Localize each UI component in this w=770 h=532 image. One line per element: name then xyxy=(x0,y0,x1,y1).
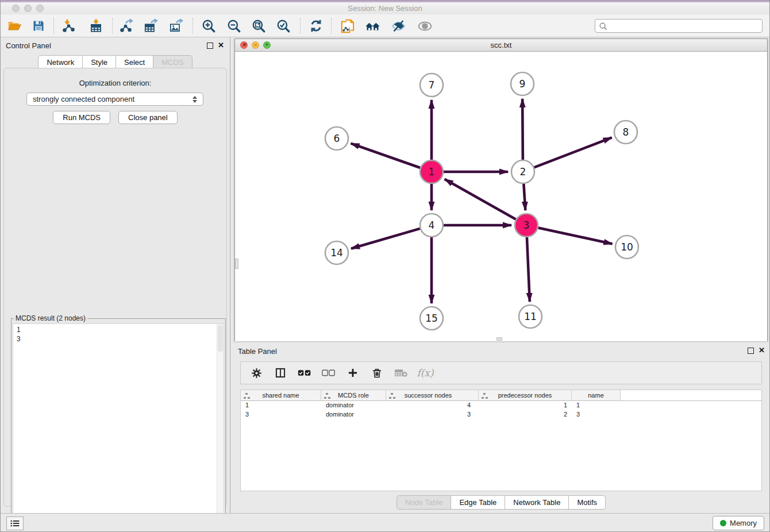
graph-edge-3-10[interactable] xyxy=(538,228,613,244)
table-cell[interactable]: 1 xyxy=(241,401,321,410)
graph-edge-2-9[interactable] xyxy=(522,99,523,160)
mcds-result-line: 3 xyxy=(17,334,220,344)
graph-edge-3-11[interactable] xyxy=(527,237,530,302)
graph-node-label-11: 11 xyxy=(524,311,537,322)
bottom-splitter-handle[interactable] xyxy=(496,337,502,341)
window-controls-inactive[interactable] xyxy=(12,5,44,12)
memory-status-button[interactable]: Memory xyxy=(713,516,764,530)
close-window-button[interactable] xyxy=(12,5,20,12)
column-header-MCDS-role[interactable]: MCDS role xyxy=(321,390,386,400)
graph-edge-3-1[interactable] xyxy=(445,179,516,219)
close-network-icon[interactable]: ✕ xyxy=(240,41,248,49)
toolbar-divider xyxy=(300,18,301,34)
export-network-icon[interactable] xyxy=(117,17,135,34)
task-history-button[interactable] xyxy=(6,516,24,530)
delete-columns-icon[interactable] xyxy=(369,365,384,380)
close-table-panel-icon[interactable]: ✕ xyxy=(759,346,765,354)
deselect-all-rows-icon[interactable] xyxy=(321,365,336,380)
import-network-icon[interactable] xyxy=(59,17,78,34)
network-window-titlebar[interactable]: ✕ − + scc.txt xyxy=(235,39,767,52)
toolbar-divider xyxy=(192,18,193,34)
table-cell[interactable]: 2 xyxy=(479,410,572,419)
table-cell[interactable]: dominator xyxy=(321,401,386,410)
tab-edge-table[interactable]: Edge Table xyxy=(451,495,505,510)
dropdown-stepper-icon xyxy=(192,96,197,103)
column-header-shared-name[interactable]: shared name xyxy=(241,390,321,400)
import-table-icon[interactable] xyxy=(87,17,105,34)
export-table-icon[interactable] xyxy=(141,17,160,34)
workspace: ✕ − + scc.txt 1234678910111415 xyxy=(230,37,770,513)
table-cell[interactable]: 3 xyxy=(241,410,321,419)
table-cell[interactable]: 1 xyxy=(479,401,572,410)
criterion-dropdown[interactable]: strongly connected component xyxy=(26,92,203,106)
zoom-fit-icon[interactable] xyxy=(249,17,268,34)
close-panel-button[interactable]: Close panel xyxy=(118,111,178,124)
open-session-icon[interactable] xyxy=(5,17,24,34)
float-table-panel-icon[interactable] xyxy=(748,348,754,354)
left-splitter-handle[interactable] xyxy=(235,259,238,269)
table-settings-icon[interactable] xyxy=(249,365,264,380)
node-table[interactable]: shared nameMCDS rolesuccessor nodesprede… xyxy=(240,390,762,491)
zoom-selected-icon[interactable] xyxy=(274,17,292,34)
table-cell[interactable]: 3 xyxy=(386,410,479,419)
graph-node-label-9: 9 xyxy=(519,78,526,90)
export-image-icon[interactable] xyxy=(167,17,185,34)
show-graphics-details-icon[interactable] xyxy=(415,17,434,34)
graph-node-label-4: 4 xyxy=(429,219,435,231)
zoom-out-icon[interactable] xyxy=(225,17,243,34)
search-field[interactable] xyxy=(595,19,763,33)
duplicate-network-icon[interactable] xyxy=(338,17,357,34)
delete-table-icon[interactable] xyxy=(394,365,409,380)
table-cell[interactable]: 1 xyxy=(572,401,621,410)
result-scrollbar[interactable] xyxy=(217,324,224,529)
table-body[interactable]: 1dominator4113dominator323 xyxy=(241,401,761,419)
minimize-network-icon[interactable]: − xyxy=(252,41,259,49)
column-type-icon xyxy=(244,393,250,399)
float-panel-icon[interactable] xyxy=(207,43,213,49)
mcds-result-area[interactable]: 1 3 xyxy=(13,323,224,530)
table-cell[interactable]: 4 xyxy=(386,401,479,410)
table-header-row[interactable]: shared nameMCDS rolesuccessor nodesprede… xyxy=(241,390,761,401)
column-header-successor-nodes[interactable]: successor nodes xyxy=(386,390,479,400)
table-row[interactable]: 3dominator323 xyxy=(241,410,761,419)
graph-node-label-1: 1 xyxy=(429,166,435,178)
maximize-network-icon[interactable]: + xyxy=(263,41,271,49)
table-cell[interactable]: 3 xyxy=(572,410,621,419)
session-title: Session: New Session xyxy=(348,4,422,13)
graph-node-label-15: 15 xyxy=(425,313,438,324)
tab-node-table[interactable]: Node Table xyxy=(396,495,452,510)
split-table-icon[interactable] xyxy=(273,365,288,380)
graph-node-label-2: 2 xyxy=(520,166,526,178)
control-panel-title: Control Panel xyxy=(6,41,51,50)
graph-edge-4-14[interactable] xyxy=(351,229,420,249)
application-window: Session: New Session xyxy=(0,0,770,532)
minimize-window-button[interactable] xyxy=(24,5,32,12)
zoom-in-icon[interactable] xyxy=(199,17,218,34)
column-header-name[interactable]: name xyxy=(572,390,621,400)
graph-edge-2-3[interactable] xyxy=(523,184,525,210)
table-toolbar: f(x) xyxy=(240,361,762,384)
close-panel-icon[interactable]: ✕ xyxy=(218,41,224,49)
table-cell[interactable]: dominator xyxy=(321,410,386,419)
hide-graphics-details-icon[interactable] xyxy=(389,17,407,34)
save-session-icon[interactable] xyxy=(29,17,48,34)
network-canvas[interactable]: 1234678910111415 xyxy=(235,52,767,341)
status-bar: Memory xyxy=(1,513,769,532)
function-builder-icon[interactable]: f(x) xyxy=(418,365,433,380)
tab-network-table[interactable]: Network Table xyxy=(505,495,569,510)
main-toolbar xyxy=(1,14,769,37)
criterion-dropdown-value: strongly connected component xyxy=(33,95,134,103)
table-panel-header: Table Panel ✕ xyxy=(234,342,768,357)
home-view-icon[interactable] xyxy=(364,17,382,34)
select-all-rows-icon[interactable] xyxy=(297,365,312,380)
zoom-window-button[interactable] xyxy=(36,5,44,12)
run-mcds-button[interactable]: Run MCDS xyxy=(53,111,110,124)
column-header-predecessor-nodes[interactable]: predecessor nodes xyxy=(479,390,572,400)
graph-edge-1-6[interactable] xyxy=(351,144,421,168)
tab-motifs[interactable]: Motifs xyxy=(569,495,606,510)
refresh-network-icon[interactable] xyxy=(307,17,325,34)
table-row[interactable]: 1dominator411 xyxy=(241,401,761,410)
search-input[interactable] xyxy=(610,22,759,30)
graph-edge-2-8[interactable] xyxy=(534,137,612,167)
add-column-icon[interactable] xyxy=(345,365,360,380)
